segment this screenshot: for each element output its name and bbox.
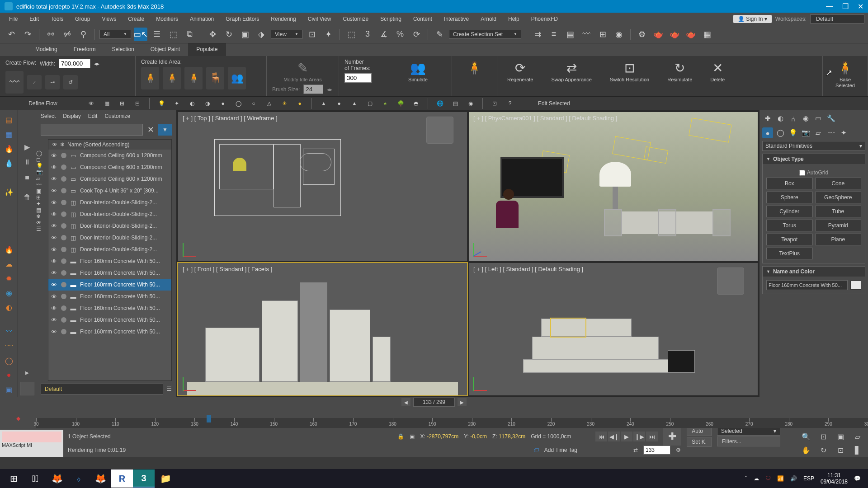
pan-icon[interactable]: ✋ (800, 444, 812, 456)
dock-ocean-icon[interactable]: 〰 (2, 325, 16, 338)
dock-explode-icon[interactable]: ✹ (2, 272, 16, 285)
bind-button[interactable]: ⚲ (76, 28, 90, 41)
scene-tab-edit[interactable]: Edit (88, 113, 98, 119)
rock-icon[interactable]: ◓ (410, 98, 421, 109)
dock-foam-icon[interactable]: ◐ (2, 300, 16, 314)
menu-group[interactable]: Group (70, 14, 95, 24)
tray-onedrive-icon[interactable]: ☁ (754, 475, 759, 482)
schematic-button[interactable]: ⊞ (596, 28, 609, 41)
angle-snap-button[interactable]: ∡ (377, 28, 391, 41)
view-icon[interactable]: 👁 (86, 98, 97, 109)
object-color-swatch[interactable] (850, 281, 861, 290)
link-button[interactable]: ⚯ (44, 28, 57, 41)
scene-list-item[interactable]: 👁▬Floor 160mm Concrete With 50... (48, 279, 171, 291)
tray-lang[interactable]: ESP (803, 475, 814, 482)
scene-list-header[interactable]: 👁❄Name (Sorted Ascending) (48, 140, 171, 150)
idle-person-1[interactable]: 🧍 (141, 67, 159, 89)
menu-animation[interactable]: Animation (184, 14, 219, 24)
tray-clock[interactable]: 11:31 09/04/2018 (821, 472, 848, 485)
mirror-button[interactable]: ⇉ (531, 28, 544, 41)
primitive-cylinder-button[interactable]: Cylinder (766, 206, 813, 217)
ribbon-tab-objectpaint[interactable]: Object Paint (142, 43, 188, 56)
help-icon[interactable]: ? (505, 98, 515, 109)
dock-particles-icon[interactable]: ✨ (2, 185, 16, 199)
dock-cache-icon[interactable]: ▣ (2, 383, 16, 396)
dock-record-icon[interactable]: ● (2, 368, 16, 382)
add-people-button[interactable]: 🧍 (458, 59, 491, 77)
flow-loop-icon[interactable]: ↺ (63, 75, 78, 89)
window-crossing-button[interactable]: ⧉ (183, 28, 196, 41)
flow-preset-1[interactable]: 〰 (5, 71, 24, 94)
revit-icon[interactable]: R (111, 469, 133, 488)
tray-chevron-icon[interactable]: ˄ (745, 475, 747, 482)
snap-button[interactable]: ⬚ (344, 28, 358, 41)
geometry-cat-icon[interactable]: ● (762, 127, 773, 138)
render-iterative-button[interactable]: ▦ (700, 28, 714, 41)
cameras-cat-icon[interactable]: 📷 (800, 127, 811, 138)
scene-filter-button[interactable]: ▼ (158, 124, 172, 136)
filter-frozen-icon[interactable]: ❄ (36, 213, 48, 220)
grass-icon[interactable]: ♠ (380, 98, 391, 109)
scale-button[interactable]: ▣ (238, 28, 252, 41)
maximize-viewport-icon[interactable]: ⊡ (835, 444, 846, 456)
primitive-pyramid-button[interactable]: Pyramid (815, 220, 862, 231)
frames-input[interactable] (344, 73, 372, 83)
menu-scripting[interactable]: Scripting (375, 14, 407, 24)
render-prod-button[interactable]: 🫖 (684, 28, 698, 41)
lights-cat-icon[interactable]: 💡 (788, 127, 798, 138)
dock-splash-icon[interactable]: 〰 (2, 339, 16, 353)
lock-icon[interactable]: 🔒 (397, 433, 404, 440)
shapes-cat-icon[interactable]: ◯ (775, 127, 786, 138)
scene-tab-display[interactable]: Display (63, 113, 80, 119)
width-input[interactable] (59, 59, 90, 68)
dock-flame-icon[interactable]: 🔥 (2, 243, 16, 256)
idle-seated-icon[interactable]: 🪑 (206, 67, 224, 89)
maximize-button[interactable]: ❐ (842, 2, 849, 11)
menu-rendering[interactable]: Rendering (265, 14, 301, 24)
unlink-button[interactable]: ⚯̸ (60, 28, 74, 41)
frame-prev-button[interactable]: ◀ (401, 398, 410, 406)
layers-icon[interactable]: ▤ (450, 98, 461, 109)
render-frame-button[interactable]: 🫖 (651, 28, 665, 41)
fov-icon[interactable]: ▱ (852, 431, 863, 442)
viewport-camera[interactable]: [ + ] [ PhysCamera001 ] [ Standard ] [ D… (469, 112, 758, 261)
primitive-tube-button[interactable]: Tube (815, 206, 862, 217)
dock-water-icon[interactable]: 💧 (2, 156, 16, 170)
primitive-cone-button[interactable]: Cone (815, 178, 862, 189)
timeline-marker-icon[interactable]: ◆ (16, 415, 20, 422)
regenerate-button[interactable]: ⟳Regenerate (503, 59, 538, 94)
simulate-button[interactable]: 👥Simulate (390, 59, 446, 84)
filter-dropdown[interactable]: All▼ (99, 30, 131, 39)
object-name-input[interactable]: Floor 160mm Concrete With 50... (766, 280, 848, 290)
scene-list-item[interactable]: 👁◫Door-Interior-Double-Sliding-2... (48, 220, 171, 232)
viewport-front[interactable]: [ + ] [ Front ] [ Standard ] [ Facets ] (178, 263, 467, 395)
filter-lights-icon[interactable]: 💡 (36, 163, 48, 169)
time-tag-icon[interactable]: 🏷 (533, 447, 539, 453)
select-button[interactable]: ▭↖ (134, 28, 147, 41)
expand-icon[interactable]: ▸ (21, 366, 33, 378)
refcoord-dropdown[interactable]: View▼ (271, 30, 302, 39)
filter-helpers-icon[interactable]: ▱ (36, 175, 48, 182)
autogrid-checkbox[interactable] (799, 170, 805, 176)
grid-small-icon[interactable]: ▦ (101, 98, 112, 109)
spot-light-icon[interactable]: ◐ (187, 98, 198, 109)
filter-hidden-icon[interactable]: 👁 (36, 220, 48, 226)
render-setup-button[interactable]: ⚙ (635, 28, 649, 41)
primitive-textplus-button[interactable]: TextPlus (766, 248, 813, 259)
menu-grapheditors[interactable]: Graph Editors (220, 14, 264, 24)
placement-button[interactable]: ⬗ (255, 28, 268, 41)
pivot-button[interactable]: ⊡ (305, 28, 319, 41)
scene-list-item[interactable]: 👁◫Door-Interior-Double-Sliding-2... (48, 244, 171, 255)
hierarchy-tab-icon[interactable]: ⑃ (788, 113, 798, 124)
3dsmax-task-icon[interactable]: 3 (133, 469, 155, 488)
scene-list-item[interactable]: 👁▬Floor 160mm Concrete With 50... (48, 255, 171, 267)
dock-fire-icon[interactable]: 🔥 (2, 142, 16, 155)
objecttype-rollout-header[interactable]: ▼Object Type (763, 154, 865, 164)
primitives-dropdown[interactable]: Standard Primitives▾ (762, 141, 865, 151)
photometric-icon[interactable]: ○ (248, 98, 259, 109)
primitive-sphere-button[interactable]: Sphere (766, 192, 813, 203)
zoom-icon[interactable]: 🔍 (800, 431, 812, 442)
goto-start-button[interactable]: ⏮ (595, 432, 607, 441)
trash-icon[interactable]: 🗑 (21, 192, 33, 203)
sun2-icon[interactable]: ● (294, 98, 305, 109)
